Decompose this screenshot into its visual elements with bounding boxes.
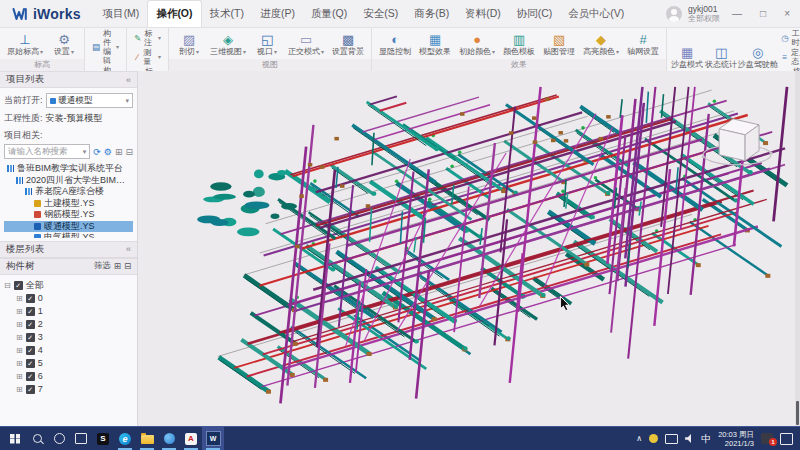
visibility-control-button[interactable]: ◐显隐控制	[379, 32, 411, 56]
close-button[interactable]: ×	[778, 8, 796, 19]
elevation-settings-button[interactable]: ⚙设置▾	[51, 32, 77, 57]
collapse-all-icon[interactable]: ⊟	[124, 261, 131, 271]
current-model-dropdown[interactable]: 暖通模型 ▾	[46, 93, 133, 108]
checkbox-checked-icon[interactable]: ✓	[26, 294, 35, 303]
section-cut-button[interactable]: ▨剖切▾	[176, 32, 202, 57]
gear-icon[interactable]: ⚙	[104, 147, 112, 157]
antivirus-tray-icon[interactable]	[649, 434, 658, 443]
expand-node-icon[interactable]: ⊞	[16, 346, 23, 355]
menu-tab[interactable]: 协同(C)	[509, 0, 561, 27]
expand-node-icon[interactable]: ⊞	[16, 372, 23, 381]
component-tree-item[interactable]: ⊞✓4	[2, 344, 135, 357]
model-canvas[interactable]	[138, 71, 800, 427]
checkbox-checked-icon[interactable]: ✓	[26, 320, 35, 329]
collapse-panel-icon[interactable]: «	[126, 75, 131, 85]
sandbox-cockpit-button[interactable]: ◎沙盘驾驶舱	[742, 45, 773, 69]
menu-tab[interactable]: 资料(D)	[457, 0, 509, 27]
display-tray-icon[interactable]	[665, 434, 678, 444]
component-tree-item[interactable]: ⊟✓全部	[2, 279, 135, 292]
collapse-panel-icon[interactable]: «	[126, 244, 131, 254]
component-tree-item[interactable]: ⊞✓5	[2, 357, 135, 370]
color-template-button[interactable]: ▥颜色模板	[503, 32, 535, 56]
checkbox-checked-icon[interactable]: ✓	[26, 333, 35, 342]
taskbar-task-view[interactable]	[70, 427, 92, 450]
filter-label[interactable]: 筛选	[94, 260, 111, 272]
original-elevation-button[interactable]: ⊥原始标高▾	[7, 32, 43, 57]
define-status-button[interactable]: ≡定义状态	[781, 48, 800, 66]
project-time-button[interactable]: ◷工程时间	[781, 29, 800, 47]
taskbar-app-s[interactable]: S	[92, 427, 114, 450]
annotate-button[interactable]: ✎标注▾	[134, 29, 161, 47]
minimize-button[interactable]: —	[726, 8, 748, 19]
menu-tab[interactable]: 技术(T)	[202, 0, 252, 27]
taskbar-cortana[interactable]	[48, 427, 70, 450]
taskbar-edge[interactable]: e	[114, 427, 136, 450]
collapse-all-icon[interactable]: ⊟	[125, 147, 133, 157]
menu-tab[interactable]: 进度(P)	[252, 0, 303, 27]
component-tree-item[interactable]: ⊞✓7	[2, 383, 135, 396]
menu-tab[interactable]: 安全(S)	[355, 0, 406, 27]
expand-all-icon[interactable]: ⊞	[115, 147, 123, 157]
taskbar-app-blue[interactable]	[158, 427, 180, 450]
checkbox-checked-icon[interactable]: ✓	[26, 307, 35, 316]
checkbox-checked-icon[interactable]: ✓	[14, 281, 23, 290]
tray-chevron-up-icon[interactable]: ∧	[636, 435, 642, 443]
component-tree-item[interactable]: ⊞✓2	[2, 318, 135, 331]
menu-tab[interactable]: 操作(O)	[147, 0, 201, 27]
tree-item[interactable]: 电气模型.YS	[4, 232, 133, 238]
ortho-mode-button[interactable]: ▭正交模式▾	[288, 32, 324, 57]
expand-node-icon[interactable]: ⊞	[16, 333, 23, 342]
measure-button[interactable]: ∕测量▾	[134, 48, 161, 66]
viewport-button[interactable]: ◱视口▾	[254, 32, 280, 57]
checkbox-checked-icon[interactable]: ✓	[26, 346, 35, 355]
volume-icon[interactable]	[685, 434, 694, 443]
texture-manage-button[interactable]: ▧贴图管理	[543, 32, 575, 56]
status-stats-button[interactable]: ◫状态统计	[708, 45, 734, 69]
component-tree-item[interactable]: ⊞✓6	[2, 370, 135, 383]
iworks-logo-icon	[12, 7, 28, 21]
expand-node-icon[interactable]: ⊞	[16, 294, 23, 303]
highlight-color-button[interactable]: ◆高亮颜色▾	[583, 32, 619, 57]
expand-node-icon[interactable]: ⊞	[16, 359, 23, 368]
viewport-scrollbar[interactable]	[795, 71, 800, 427]
ime-indicator[interactable]: 中	[701, 434, 711, 444]
taskbar-search[interactable]	[26, 427, 48, 450]
checkbox-checked-icon[interactable]: ✓	[26, 385, 35, 394]
model-effect-button[interactable]: ▦模型效果	[419, 32, 451, 56]
component-tree-item[interactable]: ⊞✓0	[2, 292, 135, 305]
user-info[interactable]: gykj001 全部权限	[688, 5, 720, 23]
taskbar-iworks[interactable]: W	[202, 427, 224, 450]
expand-node-icon[interactable]: ⊞	[16, 320, 23, 329]
component-edit-button[interactable]: ▤构件编辑▾	[92, 29, 119, 65]
grid-settings-button[interactable]: #轴网设置	[627, 32, 659, 56]
scrollbar-thumb[interactable]	[796, 401, 799, 425]
expand-all-icon[interactable]: ⊞	[114, 261, 121, 271]
refresh-icon[interactable]: ⟳	[93, 147, 101, 157]
expand-node-icon[interactable]: ⊞	[16, 385, 23, 394]
menu-tab[interactable]: 质量(Q)	[303, 0, 355, 27]
search-input[interactable]: 请输入名称搜索 ▾	[4, 144, 90, 159]
menu-tab[interactable]: 会员中心(V)	[560, 0, 632, 27]
expand-node-icon[interactable]: ⊞	[16, 307, 23, 316]
initial-color-button[interactable]: ●初始颜色▾	[459, 32, 495, 57]
taskbar-explorer[interactable]	[136, 427, 158, 450]
view-3d-button[interactable]: ◈三维视图▾	[210, 32, 246, 57]
dropdown-arrow-icon: ▾	[243, 49, 246, 55]
menu-tab[interactable]: 商务(B)	[406, 0, 457, 27]
ribbon: ⊥原始标高▾⚙设置▾标高▤构件编辑▾▥构件属性▾构件✎标注▾∕测量▾∠标注颜色▾…	[0, 28, 800, 72]
set-background-button[interactable]: ▩设置背景	[332, 32, 364, 56]
sandbox-mode-button[interactable]: ▦沙盘模式	[674, 45, 700, 69]
menu-tab[interactable]: 项目(M)	[95, 0, 148, 27]
component-tree-item[interactable]: ⊞✓1	[2, 305, 135, 318]
action-center-icon[interactable]	[780, 433, 793, 445]
taskbar-start[interactable]	[4, 427, 26, 450]
checkbox-checked-icon[interactable]: ✓	[26, 359, 35, 368]
avatar[interactable]	[666, 6, 682, 22]
taskbar-clock[interactable]: 20:03 周日 2021/1/3	[718, 430, 754, 448]
notification-icon[interactable]: 1	[761, 433, 773, 444]
taskbar-app-a[interactable]: A	[180, 427, 202, 450]
component-tree-item[interactable]: ⊞✓3	[2, 331, 135, 344]
checkbox-checked-icon[interactable]: ✓	[26, 372, 35, 381]
collapse-node-icon[interactable]: ⊟	[4, 281, 11, 290]
maximize-button[interactable]: □	[754, 8, 772, 19]
